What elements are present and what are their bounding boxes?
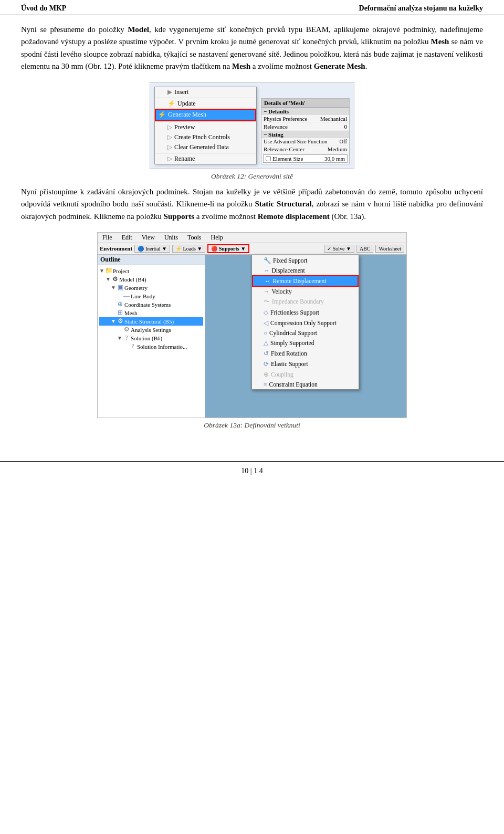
menu-units[interactable]: Units <box>163 233 180 242</box>
menu-help[interactable]: Help <box>209 233 224 242</box>
paragraph-2: Nyní přistoupíme k zadávání okrajových p… <box>21 186 483 223</box>
mesh-screenshot: ▶ Insert ⚡ Update ⚡ Generate Mesh ▷ Prev… <box>150 82 354 169</box>
details-row-relevance: Relevance0 <box>261 123 349 131</box>
figure-12-container: ▶ Insert ⚡ Update ⚡ Generate Mesh ▷ Prev… <box>21 82 483 181</box>
toolbar-worksheet[interactable]: Worksheet <box>375 245 404 253</box>
tree-coord-systems[interactable]: ⊕ Coordinate Systems <box>99 300 203 309</box>
toolbar-solve[interactable]: ✓ Solve ▼ <box>324 245 354 253</box>
dropdown-impedance-boundary: 〜 Impedance Boundary <box>252 296 359 307</box>
details-section-sizing: − Sizing <box>261 131 349 138</box>
header-right: Deformační analýza stojanu na kuželky <box>359 4 483 13</box>
tree-mesh[interactable]: ⊞ Mesh <box>99 309 203 317</box>
figure-13a-caption: Obrázek 13a: Definování vetknutí <box>204 421 300 430</box>
menu-item-update[interactable]: ⚡ Update <box>155 99 256 109</box>
paragraph-1: Nyní se přesuneme do položky Model, kde … <box>21 24 483 72</box>
menu-item-pinch[interactable]: ▷ Create Pinch Controls <box>155 132 256 142</box>
dropdown-velocity[interactable]: → Velocity <box>252 287 359 296</box>
page-content: Nyní se přesuneme do položky Model, kde … <box>0 24 504 451</box>
menu-item-preview[interactable]: ▷ Preview <box>155 122 256 132</box>
menu-edit[interactable]: Edit <box>120 233 134 242</box>
tree-line-body[interactable]: — Line Body <box>99 292 203 300</box>
dropdown-simply-supported[interactable]: △ Simply Supported <box>252 338 359 348</box>
tree-model[interactable]: ▼ ⚙ Model (B4) <box>99 275 203 284</box>
dropdown-compression-only-support[interactable]: ◁ Compression Only Support <box>252 318 359 328</box>
supports-dropdown: 🔧 Fixed Support ↔ Displacement ↔ Remote … <box>251 255 359 390</box>
right-panel: 🔧 Fixed Support ↔ Displacement ↔ Remote … <box>205 255 406 418</box>
toolbar-loads[interactable]: ⚡ Loads ▼ <box>172 245 205 253</box>
details-row-relevance-center: Relevance CenterMedium <box>261 145 349 153</box>
details-row-physics: Physics PreferenceMechanical <box>261 115 349 123</box>
menu-bar: File Edit View Units Tools Help <box>98 233 406 243</box>
menu-file[interactable]: File <box>101 233 114 242</box>
outline-panel: Outline ▼ 📁 Project ▼ ⚙ Model (B4) <box>98 255 205 418</box>
figure-13a-container: File Edit View Units Tools Help Environm… <box>21 232 483 430</box>
tree-geometry[interactable]: ▼ ▣ Geometry <box>99 284 203 292</box>
menu-view[interactable]: View <box>140 233 156 242</box>
page-number: 10 | 1 4 <box>241 467 262 475</box>
outline-tree: ▼ 📁 Project ▼ ⚙ Model (B4) ▼ <box>98 265 205 352</box>
dropdown-constraint-equation[interactable]: ≡ Constraint Equation <box>252 380 359 389</box>
dropdown-coupling: ⊕ Coupling <box>252 369 359 380</box>
menu-tools[interactable]: Tools <box>186 233 203 242</box>
tree-project[interactable]: ▼ 📁 Project <box>99 267 203 275</box>
tree-static-structural[interactable]: ▼ ⚙ Static Structural (B5) <box>99 317 203 326</box>
dropdown-fixed-support[interactable]: 🔧 Fixed Support <box>252 255 359 266</box>
details-title: Details of 'Mesh' <box>261 99 349 108</box>
dropdown-cylindrical-support[interactable]: ○ Cylindrical Support <box>252 328 359 338</box>
supports-screenshot: File Edit View Units Tools Help Environm… <box>97 232 407 418</box>
toolbar-inertial[interactable]: 🔵 Inertial ▼ <box>134 245 170 253</box>
tree-analysis-settings[interactable]: ⚙ Analysis Settings <box>99 326 203 334</box>
menu-item-insert[interactable]: ▶ Insert <box>155 87 256 97</box>
dropdown-frictionless-support[interactable]: ◇ Frictionless Support <box>252 307 359 318</box>
details-row-element-size: Element Size30,0 mm <box>263 154 348 163</box>
outline-title: Outline <box>98 255 205 265</box>
details-section-defaults: − Defaults <box>261 108 349 115</box>
menu-item-generate-mesh[interactable]: ⚡ Generate Mesh <box>155 109 256 121</box>
menu-item-rename[interactable]: ▷ Rename <box>155 154 256 164</box>
page-header: Úvod do MKP Deformační analýza stojanu n… <box>0 0 504 15</box>
menu-item-clear[interactable]: ▷ Clear Generated Data <box>155 142 256 152</box>
tree-solution[interactable]: ▼ ? Solution (B6) <box>99 334 203 342</box>
dropdown-remote-displacement[interactable]: ↔ Remote Displacement <box>252 275 359 287</box>
page-footer: 10 | 1 4 <box>0 461 504 481</box>
figure-12-caption: Obrázek 12: Generování sítě <box>211 172 293 181</box>
toolbar-area: Environment 🔵 Inertial ▼ ⚡ Loads ▼ 🔴 Sup… <box>98 243 406 255</box>
tree-solution-info[interactable]: ? Solution Informatio... <box>99 342 203 351</box>
dropdown-fixed-rotation[interactable]: ↺ Fixed Rotation <box>252 348 359 359</box>
dropdown-displacement[interactable]: ↔ Displacement <box>252 266 359 275</box>
details-row-advanced-size: Use Advanced Size FunctionOff <box>261 138 349 145</box>
header-left: Úvod do MKP <box>21 4 66 13</box>
toolbar-supports[interactable]: 🔴 Supports ▼ <box>207 244 249 253</box>
toolbar-abc[interactable]: ABC <box>356 245 374 253</box>
dropdown-elastic-support[interactable]: ⟳ Elastic Support <box>252 359 359 369</box>
toolbar-environment: Environment <box>100 245 132 252</box>
